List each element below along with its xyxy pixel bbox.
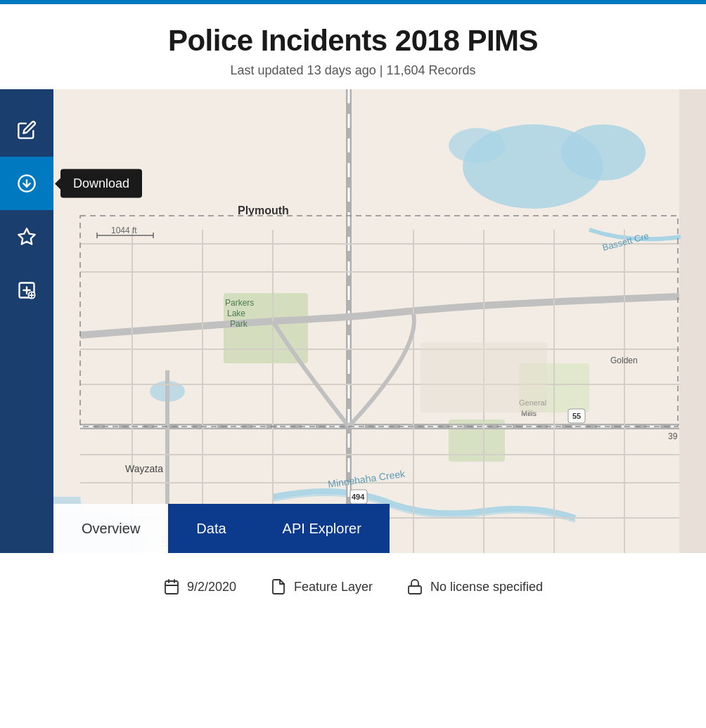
svg-text:Parkers: Parkers xyxy=(225,298,254,308)
download-icon xyxy=(17,174,37,193)
svg-rect-61 xyxy=(165,581,178,594)
footer-type: Feature Layer xyxy=(270,578,373,595)
lock-icon xyxy=(406,578,423,595)
favorite-button[interactable] xyxy=(0,210,53,264)
add-content-icon xyxy=(17,280,37,300)
svg-text:39: 39 xyxy=(668,431,678,441)
tab-bar: Overview Data API Explorer xyxy=(53,504,706,553)
add-content-button[interactable] xyxy=(0,264,53,317)
tab-api-explorer[interactable]: API Explorer xyxy=(255,504,390,553)
svg-text:1044 ft: 1044 ft xyxy=(111,226,137,235)
svg-text:Lake: Lake xyxy=(227,308,245,318)
svg-text:Golden: Golden xyxy=(610,356,638,365)
calendar-icon xyxy=(163,578,180,595)
star-icon xyxy=(17,227,37,247)
svg-marker-54 xyxy=(18,228,34,244)
tab-data[interactable]: Data xyxy=(168,504,254,553)
svg-text:494: 494 xyxy=(352,493,365,501)
document-icon xyxy=(270,578,287,595)
svg-text:Wayzata: Wayzata xyxy=(125,463,163,474)
download-button[interactable]: Download xyxy=(0,157,53,210)
footer: 9/2/2020 Feature Layer No license specif… xyxy=(0,553,706,620)
footer-date: 9/2/2020 xyxy=(163,578,236,595)
map-container: 1044 ft Plymouth Golden General Mills Wa… xyxy=(0,89,706,553)
footer-license: No license specified xyxy=(406,578,543,595)
svg-rect-51 xyxy=(421,342,547,412)
header: Police Incidents 2018 PIMS Last updated … xyxy=(0,4,706,89)
page-title: Police Incidents 2018 PIMS xyxy=(14,24,692,58)
svg-text:55: 55 xyxy=(572,412,581,420)
svg-text:Park: Park xyxy=(230,319,248,329)
edit-button[interactable] xyxy=(0,103,53,157)
map-background: 1044 ft Plymouth Golden General Mills Wa… xyxy=(0,89,706,553)
svg-point-3 xyxy=(449,128,505,163)
svg-rect-65 xyxy=(409,586,421,594)
pencil-icon xyxy=(17,120,37,140)
tab-overview[interactable]: Overview xyxy=(53,504,168,553)
svg-text:Plymouth: Plymouth xyxy=(238,204,289,216)
sidebar: Download xyxy=(0,89,53,553)
svg-point-2 xyxy=(561,124,646,181)
subtitle: Last updated 13 days ago | 11,604 Record… xyxy=(14,63,692,78)
